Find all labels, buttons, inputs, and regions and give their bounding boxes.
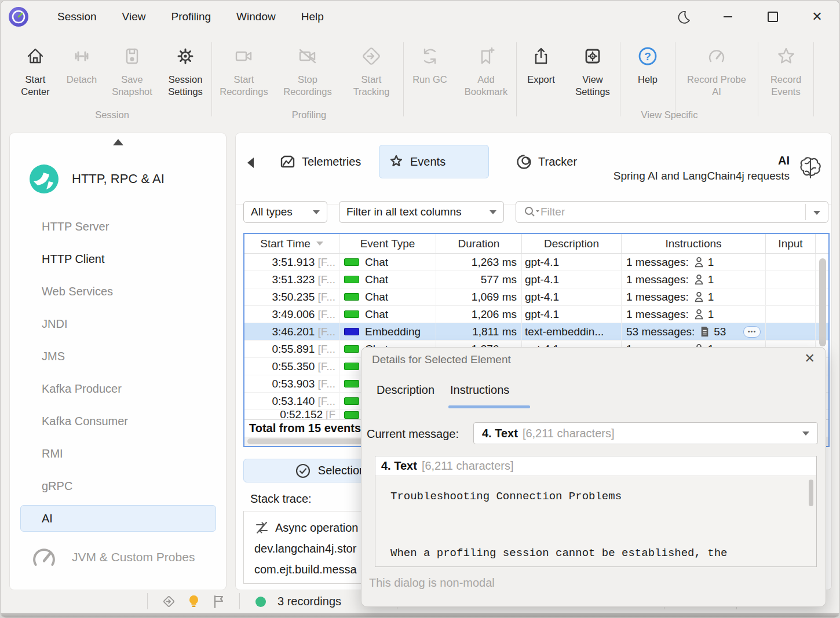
event-type-swatch (344, 276, 359, 283)
table-row[interactable]: 3:49.006[F... Chat 1,206 ms gpt-4.1 1 me… (244, 306, 828, 323)
messages-label: 1 messages: (626, 308, 689, 321)
add-bookmark-button[interactable]: Add Bookmark (456, 39, 516, 98)
menu-profiling[interactable]: Profiling (158, 1, 224, 33)
person-icon (694, 291, 704, 302)
current-message-dropdown[interactable]: 4. Text [6,211 characters] (473, 422, 818, 444)
stop-recordings-button[interactable]: Stop Recordings (276, 39, 339, 98)
help-button[interactable]: ? Help (620, 39, 675, 86)
start-time: 3:51.913 (272, 256, 315, 269)
input-cell (766, 254, 816, 270)
tab-label: Telemetries (302, 155, 361, 169)
detach-icon (70, 41, 93, 71)
session-settings-button[interactable]: Session Settings (159, 39, 211, 98)
event-type-swatch (344, 258, 359, 266)
tab-events[interactable]: Events (379, 145, 489, 178)
table-row[interactable]: 3:51.913[F... Chat 1,263 ms gpt-4.1 1 me… (244, 254, 828, 271)
maximize-button[interactable] (750, 1, 795, 33)
messages-count: 1 (708, 308, 714, 321)
sidebar-item[interactable]: Kafka Producer (10, 372, 226, 405)
menu-window[interactable]: Window (224, 1, 288, 33)
filter-search-field[interactable] (516, 201, 828, 223)
duration-value: 1,206 ms (472, 308, 517, 321)
sidebar-item[interactable]: JNDI (10, 308, 226, 340)
sidebar-item[interactable]: JMS (10, 340, 226, 372)
more-button[interactable]: ••• (743, 326, 761, 338)
record-probe-ai-button[interactable]: Record Probe AI (675, 39, 758, 98)
column-header-instructions[interactable]: Instructions (622, 234, 766, 253)
message-title: 4. Text (482, 427, 518, 440)
group-label-session: Session (12, 109, 212, 120)
flag-icon[interactable] (212, 594, 227, 609)
lightbulb-icon[interactable] (187, 594, 201, 609)
tab-telemetries[interactable]: Telemetries (271, 145, 370, 178)
sidebar-item-jvm-custom-probes[interactable]: JVM & Custom Probes (29, 542, 195, 572)
sidebar-item[interactable]: HTTP Client (10, 243, 226, 275)
duration-value: 577 ms (481, 273, 517, 286)
sidebar-item[interactable]: Web Services (10, 275, 226, 308)
start-time-suffix: [F... (317, 291, 335, 303)
duration-value: 1,069 ms (472, 291, 517, 303)
chevron-down-icon (490, 210, 496, 214)
person-icon (694, 274, 704, 285)
messages-count: 1 (708, 256, 714, 269)
sidebar-item[interactable]: Kafka Consumer (10, 405, 226, 437)
svg-text:?: ? (644, 50, 651, 63)
table-row[interactable]: 3:51.323[F... Chat 577 ms gpt-4.1 1 mess… (244, 271, 828, 288)
start-time-suffix: [F (326, 410, 335, 419)
event-type-swatch (344, 328, 359, 335)
vertical-scrollbar-thumb[interactable] (819, 258, 826, 346)
globe-icon (29, 164, 59, 194)
column-header-input[interactable]: Input (766, 234, 816, 253)
start-tracking-button[interactable]: Start Tracking (339, 39, 403, 98)
recordings-count[interactable]: 3 recordings (277, 595, 341, 608)
type-filter-dropdown[interactable]: All types (243, 201, 327, 223)
chevron-down-icon[interactable] (813, 211, 820, 215)
table-row[interactable]: 3:46.201[F... Embedding 1,811 ms text-em… (244, 323, 828, 341)
sidebar-item[interactable]: HTTP Server (10, 210, 226, 243)
back-chevron-icon[interactable] (247, 158, 254, 168)
sidebar-item[interactable]: AI (10, 502, 226, 535)
column-filter-dropdown[interactable]: Filter in all text columns (339, 201, 504, 223)
sidebar-item[interactable]: RMI (10, 437, 226, 470)
record-events-button[interactable]: Record Events (758, 39, 813, 98)
start-recordings-button[interactable]: Start Recordings (212, 39, 276, 98)
column-header-event-type[interactable]: Event Type (339, 234, 436, 253)
collapse-up-icon[interactable] (113, 139, 123, 145)
content-scrollbar-thumb[interactable] (809, 480, 813, 506)
table-row[interactable]: 3:50.235[F... Chat 1,069 ms gpt-4.1 1 me… (244, 288, 828, 306)
run-gc-button[interactable]: Run GC (404, 39, 456, 86)
tracking-diamond-icon[interactable] (162, 594, 176, 609)
column-header-duration[interactable]: Duration (436, 234, 522, 253)
sidebar-title: HTTP, RPC & AI (72, 171, 165, 187)
theme-toggle-moon-icon[interactable] (661, 1, 706, 33)
selection-label: Selection (318, 464, 366, 477)
tab-tracker[interactable]: Tracker (507, 145, 586, 178)
start-center-button[interactable]: Start Center (12, 39, 59, 98)
table-header: Start Time Event Type Duration Descripti… (244, 234, 828, 254)
save-snapshot-button[interactable]: Save Snapshot (105, 39, 159, 98)
sidebar-item[interactable]: gRPC (10, 470, 226, 502)
export-button[interactable]: Export (517, 39, 565, 86)
minimize-button[interactable] (706, 1, 750, 33)
start-time: 3:50.235 (272, 291, 315, 303)
home-icon (24, 41, 47, 71)
search-input[interactable] (540, 206, 828, 218)
column-header-start-time[interactable]: Start Time (244, 234, 339, 253)
stack-trace-line: Async operation (275, 521, 358, 535)
dialog-tab-instructions[interactable]: Instructions (450, 383, 509, 397)
menu-help[interactable]: Help (288, 1, 337, 33)
duration-value: 1,263 ms (472, 256, 517, 269)
close-button[interactable]: ✕ (795, 1, 839, 33)
dialog-close-icon[interactable]: ✕ (805, 351, 815, 366)
check-circle-icon (295, 463, 311, 479)
tab-label: Tracker (538, 155, 577, 169)
column-header-description[interactable]: Description (522, 234, 622, 253)
menu-view[interactable]: View (109, 1, 159, 33)
input-cell (766, 271, 816, 288)
dialog-tab-description[interactable]: Description (377, 383, 434, 397)
start-time-suffix: [F... (317, 256, 335, 269)
video-camera-off-icon (296, 41, 319, 71)
menu-session[interactable]: Session (45, 1, 109, 33)
view-settings-button[interactable]: View Settings (565, 39, 620, 98)
detach-button[interactable]: Detach (59, 39, 105, 86)
